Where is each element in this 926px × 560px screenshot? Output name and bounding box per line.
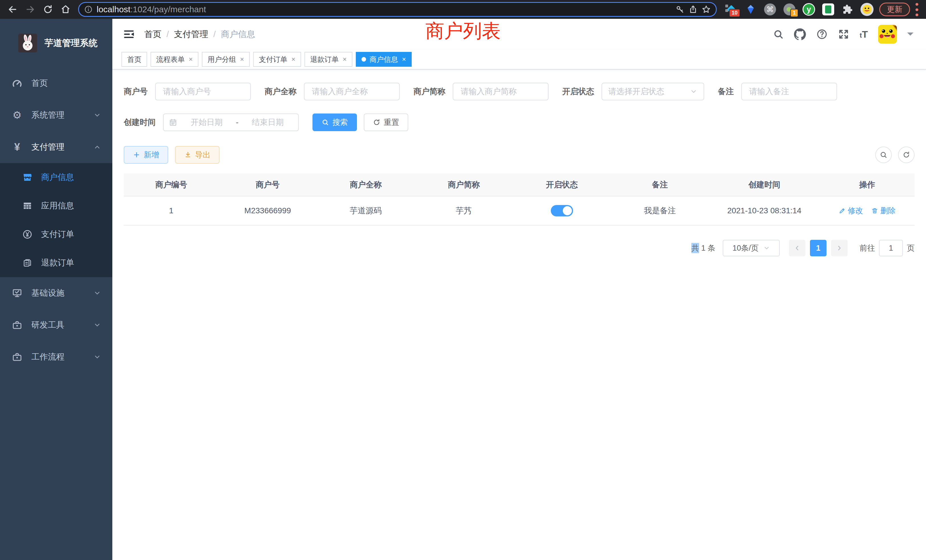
sidebar-logo[interactable]: 芋道管理系统 [0,19,112,67]
sidebar-item-workflow[interactable]: 工作流程 [0,341,112,373]
remark-input[interactable] [741,83,837,100]
filter-row-1: 商户号 商户全称 商户简称 开启状态 请选择开启状态 [124,83,915,100]
filter-short-name: 商户简称 [413,83,549,100]
export-button[interactable]: 导出 [175,146,219,163]
close-icon[interactable]: × [402,55,406,63]
password-key-icon[interactable] [675,5,684,14]
prev-page-button[interactable] [789,240,805,256]
browser-reload-icon[interactable] [41,2,55,17]
yen-circle-icon [22,229,33,239]
sidebar-collapse-icon[interactable] [123,29,135,40]
browser-home-icon[interactable] [58,2,73,17]
tab-pay-order[interactable]: 支付订单× [253,52,301,67]
shop-icon [22,172,33,183]
page-content: 商户号 商户全称 商户简称 开启状态 请选择开启状态 [112,70,926,560]
url-text: localhost:1024/pay/merchant [97,5,672,14]
search-button[interactable]: 搜索 [312,114,357,131]
breadcrumb-home[interactable]: 首页 [144,29,161,40]
toggle-search-button[interactable] [875,147,892,163]
extension-tabs-icon[interactable]: 10 [725,3,738,16]
sidebar-item-home[interactable]: 首页 [0,67,112,99]
close-icon[interactable]: × [343,55,346,63]
table-row: 1 M233666999 芋道源码 芋艿 我是备注 2021-10-23 08:… [124,196,915,225]
table-toolbar: 新增 导出 [124,146,915,163]
topbar: 首页 / 支付管理 / 商户信息 tT [112,19,926,50]
avatar-caret-icon[interactable] [907,32,914,39]
sidebar-item-infrastructure[interactable]: 基础设施 [0,277,112,309]
address-bar[interactable]: localhost:1024/pay/merchant [78,2,717,17]
sidebar-item-label: 基础设施 [31,288,64,299]
goto-page-input[interactable] [879,240,903,256]
gear-icon: ⚙ [11,110,23,120]
page-number-1[interactable]: 1 [810,240,826,256]
tab-refund-order[interactable]: 退款订单× [304,52,353,67]
extension-square-icon [725,5,728,8]
extension-recorder-icon[interactable]: 1 [783,3,796,16]
tab-merchant-info[interactable]: 商户信息× [356,52,412,67]
browser-forward-icon[interactable] [23,2,38,17]
extension-y-icon[interactable]: y [802,3,816,16]
site-info-icon[interactable] [84,5,93,14]
header-search-icon[interactable] [773,29,784,39]
page-size-select[interactable]: 10条/页 [723,240,780,256]
yen-icon: ¥ [11,142,23,152]
filter-status: 开启状态 请选择开启状态 [562,83,704,100]
sidebar-item-payment[interactable]: ¥ 支付管理 [0,131,112,163]
delete-link[interactable]: 删除 [871,206,896,216]
edit-link[interactable]: 修改 [839,206,863,216]
tab-process-form[interactable]: 流程表单× [151,52,198,67]
bookmark-star-icon[interactable] [702,5,711,14]
extension-notes-icon[interactable] [822,3,835,16]
sidebar-item-refund-order[interactable]: 退款订单 [0,249,112,277]
cell-short-name: 芋艿 [415,196,513,225]
github-icon[interactable] [794,28,806,40]
next-page-button[interactable] [831,240,847,256]
browser-back-icon[interactable] [5,2,20,17]
short-name-input[interactable] [453,83,549,100]
user-avatar[interactable] [878,25,897,44]
tab-home[interactable]: 首页 [121,52,147,67]
share-icon[interactable] [688,5,698,14]
browser-menu-icon[interactable]: ••• [913,2,921,17]
sidebar-item-pay-order[interactable]: 支付订单 [0,220,112,249]
breadcrumb-payment[interactable]: 支付管理 [174,29,208,40]
logo-rabbit-image [18,34,37,53]
extension-gem-icon[interactable] [744,3,757,16]
status-select[interactable]: 请选择开启状态 [602,83,704,100]
sidebar-item-dev-tools[interactable]: 研发工具 [0,309,112,341]
fullscreen-icon[interactable] [838,29,849,40]
sidebar-item-system[interactable]: ⚙ 系统管理 [0,99,112,131]
col-remark: 备注 [611,173,709,196]
refresh-icon [902,151,910,159]
status-toggle[interactable] [551,205,573,216]
tab-user-group[interactable]: 用户分组× [202,52,250,67]
pagination-total: 共 1 条 [691,243,715,253]
full-name-input[interactable] [304,83,400,100]
profile-avatar-icon[interactable] [861,3,873,16]
cell-status [513,196,611,225]
close-icon[interactable]: × [291,55,295,63]
calendar-icon [169,118,177,127]
sidebar-item-label: 支付管理 [31,141,64,153]
chevron-down-icon [94,353,101,361]
add-button[interactable]: 新增 [124,146,168,163]
close-icon[interactable]: × [189,55,193,63]
refresh-table-button[interactable] [898,147,915,163]
tags-view-bar: 首页 流程表单× 用户分组× 支付订单× 退款订单× 商户信息× [112,50,926,70]
sidebar-item-app-info[interactable]: 应用信息 [0,192,112,220]
close-icon[interactable]: × [240,55,244,63]
extension-command-icon[interactable]: ⌘ [764,3,776,16]
date-range-input[interactable]: 开始日期 - 结束日期 [163,114,299,131]
sidebar-item-merchant-info[interactable]: 商户信息 [0,163,112,192]
text-size-icon[interactable]: tT [859,29,868,40]
reset-button[interactable]: 重置 [364,114,408,131]
table-header-row: 商户编号 商户号 商户全称 商户简称 开启状态 备注 创建时间 操作 [124,173,915,196]
extension-badge: 10 [729,9,740,17]
col-full-name: 商户全称 [317,173,415,196]
toolbox-icon [11,352,23,362]
help-icon[interactable] [816,29,828,40]
extensions-puzzle-icon[interactable] [841,3,854,16]
chrome-update-button[interactable]: 更新 [879,3,910,16]
merchant-no-input[interactable] [155,83,251,100]
pagination: 共 1 条 10条/页 1 前往 页 [124,240,915,256]
